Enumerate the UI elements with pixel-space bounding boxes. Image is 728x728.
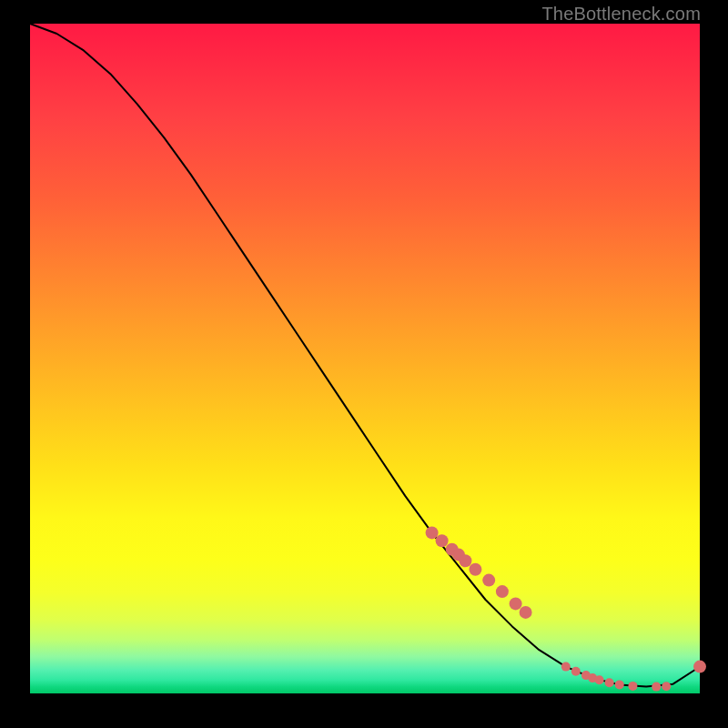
marker-group [426, 526, 706, 691]
data-marker [652, 682, 661, 692]
data-marker [662, 682, 671, 691]
data-marker [595, 675, 604, 684]
data-marker [510, 597, 522, 610]
data-marker [459, 554, 471, 567]
data-marker [482, 574, 495, 587]
plot-area [30, 24, 700, 693]
data-marker [436, 534, 449, 547]
data-marker [571, 667, 581, 676]
data-marker [605, 678, 614, 687]
data-marker [628, 682, 637, 691]
chart-svg [30, 24, 700, 693]
data-marker [426, 526, 439, 539]
data-marker [693, 661, 706, 673]
chart-frame: TheBottleneck.com [0, 0, 728, 728]
watermark-text: TheBottleneck.com [541, 4, 701, 25]
data-marker [615, 680, 624, 689]
data-marker [496, 585, 509, 598]
bottleneck-curve [30, 24, 700, 687]
data-marker [520, 606, 532, 619]
data-marker [469, 563, 481, 576]
data-marker [561, 662, 571, 672]
